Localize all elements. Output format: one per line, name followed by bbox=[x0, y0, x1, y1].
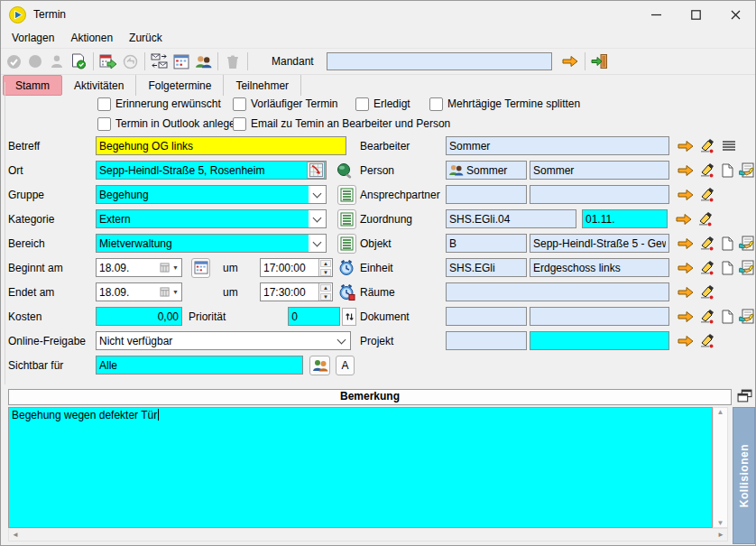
spinner-down-icon[interactable]: ▼ bbox=[320, 293, 331, 301]
minimize-button[interactable] bbox=[636, 1, 676, 28]
clear-eraser-icon[interactable] bbox=[699, 236, 716, 251]
forward-appointment-button[interactable] bbox=[97, 51, 119, 72]
endet-clock-button[interactable] bbox=[338, 284, 355, 301]
ort-search-button[interactable] bbox=[336, 162, 354, 179]
kosten-input[interactable] bbox=[96, 307, 182, 326]
clear-eraser-icon[interactable] bbox=[699, 333, 716, 348]
prioritaet-input[interactable] bbox=[288, 307, 340, 326]
participants-button[interactable] bbox=[192, 51, 214, 72]
vertical-scrollbar[interactable]: ▲ ▼ bbox=[713, 407, 728, 528]
betreff-input[interactable] bbox=[96, 136, 346, 155]
goto-arrow-icon[interactable] bbox=[678, 286, 694, 299]
sichtbar-a-button[interactable]: A bbox=[336, 356, 355, 375]
bereich-list-button[interactable] bbox=[337, 234, 356, 254]
bereich-select[interactable]: Mietverwaltung bbox=[96, 234, 327, 253]
chevron-down-icon[interactable] bbox=[309, 186, 326, 203]
clear-eraser-icon[interactable] bbox=[699, 187, 716, 202]
undock-button[interactable] bbox=[737, 389, 752, 403]
edit-document-icon[interactable] bbox=[739, 309, 755, 324]
goto-arrow-icon[interactable] bbox=[678, 140, 694, 153]
beginnt-date-picker[interactable]: 18.09. ▼ bbox=[96, 258, 182, 277]
mail-exchange-button[interactable] bbox=[149, 51, 171, 72]
scroll-up-icon[interactable]: ▲ bbox=[717, 408, 724, 416]
tab-folgetermine[interactable]: Folgetermine bbox=[136, 75, 224, 96]
objekt-input-1[interactable] bbox=[446, 234, 527, 253]
zuordnung-input-2[interactable] bbox=[582, 209, 668, 228]
new-document-icon[interactable] bbox=[722, 163, 733, 178]
chevron-down-icon[interactable] bbox=[309, 235, 326, 252]
clear-eraser-icon[interactable] bbox=[699, 162, 716, 178]
tab-kollisionen[interactable]: Kollisionen bbox=[733, 407, 755, 544]
goto-arrow-icon[interactable] bbox=[678, 164, 694, 177]
menu-zurueck[interactable]: Zurück bbox=[121, 30, 171, 46]
bearbeiter-input[interactable] bbox=[446, 136, 669, 155]
close-button[interactable] bbox=[715, 1, 755, 28]
ansprechpartner-input-2[interactable] bbox=[530, 185, 669, 204]
chevron-down-icon[interactable] bbox=[333, 332, 350, 349]
dokument-input-2[interactable] bbox=[530, 307, 669, 326]
edit-document-icon[interactable] bbox=[739, 162, 755, 178]
projekt-input-2[interactable] bbox=[530, 331, 669, 350]
checkbox-box[interactable] bbox=[233, 117, 246, 131]
scroll-down-icon[interactable]: ▼ bbox=[717, 519, 724, 527]
einheit-input-1[interactable] bbox=[446, 258, 527, 277]
gruppe-list-button[interactable] bbox=[337, 185, 356, 205]
person-input-2[interactable] bbox=[530, 161, 669, 180]
calendar-dropdown-icon[interactable]: ▼ bbox=[160, 263, 181, 273]
clear-eraser-icon[interactable] bbox=[699, 284, 716, 300]
goto-arrow-icon[interactable] bbox=[678, 335, 694, 347]
menu-aktionen[interactable]: Aktionen bbox=[62, 30, 121, 46]
clear-eraser-icon[interactable] bbox=[699, 309, 716, 324]
exit-button[interactable] bbox=[589, 51, 611, 72]
goto-arrow-icon[interactable] bbox=[678, 237, 694, 250]
checkbox-box[interactable] bbox=[233, 97, 246, 111]
goto-arrow-icon[interactable] bbox=[676, 213, 692, 226]
ort-field[interactable]: Sepp-Heindl-Straße 5, Rosenheim bbox=[96, 161, 327, 180]
spinner-up-icon[interactable]: ▲ bbox=[320, 284, 331, 292]
clear-eraser-icon[interactable] bbox=[699, 260, 716, 275]
sichtbar-input[interactable] bbox=[96, 356, 303, 375]
mandant-input[interactable] bbox=[327, 52, 552, 70]
tab-stamm[interactable]: Stamm bbox=[3, 75, 62, 96]
save-confirm-button[interactable] bbox=[68, 51, 89, 72]
menu-vorlagen[interactable]: Vorlagen bbox=[4, 30, 62, 46]
checkbox-box[interactable] bbox=[429, 97, 443, 111]
horizontal-scrollbar[interactable]: ◄ ► bbox=[8, 528, 728, 541]
new-document-icon[interactable] bbox=[722, 310, 733, 324]
prioritaet-spin-button[interactable] bbox=[342, 308, 356, 326]
gruppe-select[interactable]: Begehung bbox=[96, 185, 327, 204]
projekt-input-1[interactable] bbox=[446, 331, 527, 350]
beginnt-calendar-button[interactable] bbox=[191, 258, 210, 278]
clear-eraser-icon[interactable] bbox=[697, 211, 715, 227]
dokument-input-1[interactable] bbox=[446, 307, 527, 326]
time-spinner[interactable]: ▲▼ bbox=[318, 283, 332, 301]
scroll-right-icon[interactable]: ► bbox=[717, 531, 724, 539]
maximize-button[interactable] bbox=[676, 1, 715, 28]
chevron-down-icon[interactable] bbox=[309, 210, 326, 227]
checkbox-erinnerung[interactable]: Erinnerung erwünscht bbox=[97, 97, 221, 111]
raeume-input[interactable] bbox=[446, 282, 669, 301]
scroll-left-icon[interactable]: ◄ bbox=[12, 531, 19, 539]
checkbox-erledigt[interactable]: Erledigt bbox=[355, 97, 410, 111]
beginnt-clock-button[interactable] bbox=[338, 260, 355, 276]
goto-arrow-icon[interactable] bbox=[678, 262, 694, 274]
goto-arrow-icon[interactable] bbox=[678, 189, 694, 201]
person-field-1[interactable]: Sommer bbox=[446, 161, 527, 180]
spinner-down-icon[interactable]: ▼ bbox=[320, 269, 331, 276]
time-spinner[interactable]: ▲▼ bbox=[318, 259, 332, 276]
zuordnung-input-1[interactable] bbox=[446, 209, 576, 228]
calendar-dropdown-icon[interactable]: ▼ bbox=[160, 287, 181, 297]
goto-arrow-icon[interactable] bbox=[678, 310, 694, 323]
objekt-input-2[interactable] bbox=[530, 234, 669, 253]
checkbox-outlook[interactable]: Termin in Outlook anlegen bbox=[97, 116, 241, 131]
edit-document-icon[interactable] bbox=[739, 236, 755, 251]
einheit-input-2[interactable] bbox=[530, 258, 669, 277]
bemerkung-textarea[interactable]: Begehung wegen defekter Tür bbox=[8, 407, 713, 528]
endet-time-field[interactable]: 17:30:00 ▲▼ bbox=[260, 282, 333, 301]
details-list-icon[interactable] bbox=[722, 140, 736, 153]
checkbox-splitten[interactable]: Mehrtägige Termine splitten bbox=[429, 97, 580, 111]
edit-document-icon[interactable] bbox=[739, 260, 755, 275]
new-document-icon[interactable] bbox=[722, 236, 733, 251]
ansprechpartner-input-1[interactable] bbox=[446, 185, 527, 204]
checkbox-email[interactable]: Email zu Temin an Bearbeiter und Person bbox=[233, 116, 450, 131]
